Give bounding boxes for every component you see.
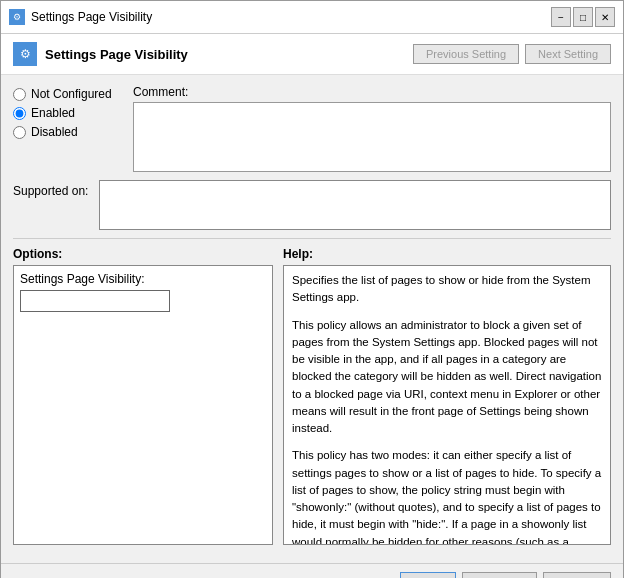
radio-enabled-input[interactable] (13, 107, 26, 120)
radio-not-configured-label: Not Configured (31, 87, 112, 101)
cancel-button[interactable]: Cancel (462, 572, 537, 578)
divider (13, 238, 611, 239)
help-para-1: Specifies the list of pages to show or h… (292, 272, 602, 307)
options-section: Options: Settings Page Visibility: (13, 247, 273, 545)
supported-row: Supported on: (13, 180, 611, 230)
next-setting-button[interactable]: Next Setting (525, 44, 611, 64)
top-section: Not Configured Enabled Disabled Comment: (13, 85, 611, 172)
dialog-header-left: ⚙ Settings Page Visibility (13, 42, 188, 66)
radio-enabled-label: Enabled (31, 106, 75, 120)
radio-disabled-input[interactable] (13, 126, 26, 139)
radio-not-configured-input[interactable] (13, 88, 26, 101)
minimize-button[interactable]: − (551, 7, 571, 27)
radio-enabled[interactable]: Enabled (13, 106, 123, 120)
ok-button[interactable]: OK (400, 572, 455, 578)
comment-label: Comment: (133, 85, 611, 99)
settings-page-visibility-input[interactable] (20, 290, 170, 312)
header-buttons: Previous Setting Next Setting (413, 44, 611, 64)
help-section: Help: Specifies the list of pages to sho… (283, 247, 611, 545)
dialog-header: ⚙ Settings Page Visibility Previous Sett… (1, 34, 623, 75)
close-button[interactable]: ✕ (595, 7, 615, 27)
options-header: Options: (13, 247, 273, 261)
help-box[interactable]: Specifies the list of pages to show or h… (283, 265, 611, 545)
options-help-row: Options: Settings Page Visibility: Help:… (13, 247, 611, 545)
options-field-label: Settings Page Visibility: (20, 272, 266, 286)
dialog-icon: ⚙ (13, 42, 37, 66)
maximize-button[interactable]: □ (573, 7, 593, 27)
window-title: Settings Page Visibility (31, 10, 152, 24)
supported-on-textarea[interactable] (99, 180, 611, 230)
help-para-2: This policy allows an administrator to b… (292, 317, 602, 438)
radio-group: Not Configured Enabled Disabled (13, 85, 123, 172)
window-icon: ⚙ (9, 9, 25, 25)
help-header: Help: (283, 247, 611, 261)
footer: OK Cancel Apply (1, 563, 623, 578)
help-para-3: This policy has two modes: it can either… (292, 447, 602, 545)
previous-setting-button[interactable]: Previous Setting (413, 44, 519, 64)
radio-disabled-label: Disabled (31, 125, 78, 139)
window: ⚙ Settings Page Visibility − □ ✕ ⚙ Setti… (0, 0, 624, 578)
dialog-title: Settings Page Visibility (45, 47, 188, 62)
comment-section: Comment: (133, 85, 611, 172)
supported-on-label: Supported on: (13, 180, 93, 198)
radio-not-configured[interactable]: Not Configured (13, 87, 123, 101)
comment-textarea[interactable] (133, 102, 611, 172)
radio-disabled[interactable]: Disabled (13, 125, 123, 139)
title-controls: − □ ✕ (551, 7, 615, 27)
options-box: Settings Page Visibility: (13, 265, 273, 545)
title-bar: ⚙ Settings Page Visibility − □ ✕ (1, 1, 623, 34)
title-bar-left: ⚙ Settings Page Visibility (9, 9, 152, 25)
apply-button[interactable]: Apply (543, 572, 611, 578)
content: Not Configured Enabled Disabled Comment:… (1, 75, 623, 563)
